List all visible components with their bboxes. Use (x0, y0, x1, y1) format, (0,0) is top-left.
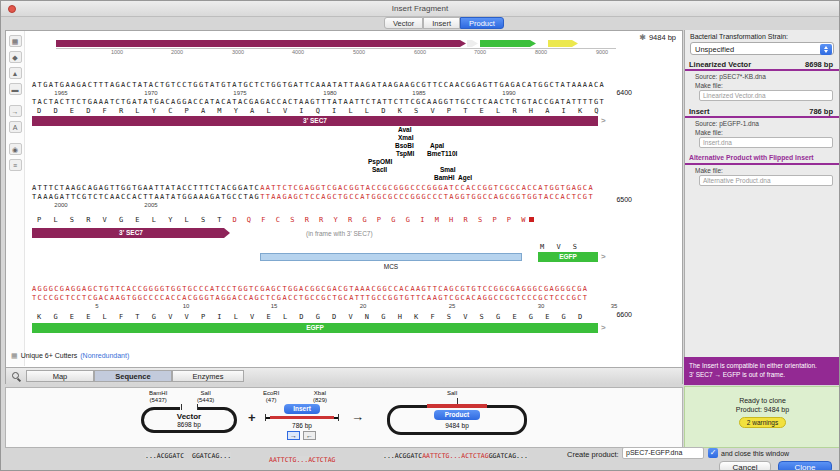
enzyme-label-agei[interactable]: AgeI (458, 174, 472, 181)
insert-fragment-dialog: Insert Fragment Vector Insert Product ▦ … (0, 0, 840, 471)
cut-tick (197, 404, 198, 410)
insert-cut-site-2: XbaI (829) (313, 390, 327, 403)
options-list-icon[interactable]: ≡ (9, 159, 22, 171)
features-visibility-icon[interactable]: ▬ (9, 83, 22, 95)
feature-label: 3' SEC7 (119, 229, 143, 236)
vector-cut-site-1: BamHI (5437) (149, 390, 167, 403)
tab-map[interactable]: Map (26, 370, 94, 382)
bottom-view-tabbar: Map Sequence Enzymes (6, 367, 682, 384)
translation-row: P L S R V G E L Y L S T D Q F C S R R Y … (37, 216, 534, 224)
sec7-overview-bar[interactable] (56, 40, 466, 47)
ruler-tick: 7000 (474, 49, 486, 55)
enzyme-set-mode[interactable]: (Nonredundant) (80, 352, 129, 359)
clone-button[interactable]: Clone (778, 461, 832, 471)
ruler-tick: 4000 (292, 49, 304, 55)
ready-line1: Ready to clone (685, 397, 840, 404)
cut-tick (265, 414, 266, 421)
dna-bottom-strand[interactable]: TCCCGCTCCTCGACAAGTGGCCCCACCACGGGTAGGACCA… (32, 294, 588, 302)
seq-snippet: ...ACGGATC (145, 452, 184, 460)
dna-top-strand[interactable]: ATGATGAAGACTTTAGACTATACTGTCCTGGTATGTATGC… (32, 81, 605, 89)
line-end-coordinate: 6500 (604, 196, 632, 203)
feature-continuation: > (601, 323, 606, 333)
translation-row: K G E E L F T G V V P I L V E L D G D V … (37, 313, 583, 321)
enzyme-label-bamhi[interactable]: BamHI (434, 174, 455, 181)
tab-sequence[interactable]: Sequence (94, 370, 172, 382)
enzymes-visibility-icon[interactable]: ▲ (9, 67, 22, 79)
tab-product[interactable]: Product (460, 17, 504, 29)
ready-line2: Product: 9484 bp (685, 406, 840, 413)
strain-label: Bacterial Transformation Strain: (690, 33, 788, 40)
result-arrow: → (351, 409, 364, 424)
mcs-feature-bar[interactable] (260, 253, 522, 261)
dna-bottom-strand[interactable]: TACTACTTCTGAAATCTGATATGACAGGACCATACATACG… (32, 98, 605, 106)
alt-product-section-title: Alternative Product with Flipped Insert (689, 154, 814, 161)
strain-dropdown[interactable]: Unspecified (690, 42, 834, 55)
product-junction-sequences: ...ACGGATCAATTCTG...ACTCTAGGGATCAG... ..… (383, 438, 528, 471)
enzyme-label-sacii[interactable]: SacII (372, 166, 387, 173)
plus-sign: + (248, 410, 256, 425)
vector-name: Vector (141, 412, 237, 421)
strand-segment: ATTTCTAAGCAGAGTTGGTGAATTATACCTTTCTACGGAT… (32, 184, 260, 192)
notice-line2: 3' SEC7 → EGFP is out of frame. (689, 370, 836, 379)
markers-icon[interactable]: ◆ (9, 51, 22, 63)
line-end-coordinate: 6400 (604, 89, 632, 96)
notice-line1: The Insert is compatible in either orien… (689, 361, 836, 370)
seq-position: 1975 (233, 90, 246, 96)
enzyme-label-smai[interactable]: SmaI (440, 166, 456, 173)
create-product-input[interactable]: pSEC7-EGFP.dna (622, 447, 704, 459)
primers-visibility-icon[interactable]: → (9, 105, 22, 117)
close-window-checkbox[interactable]: ✓ (708, 448, 718, 458)
enzyme-set-selector[interactable]: ▦Unique 6+ Cutters(Nonredundant) (11, 352, 129, 360)
feature-bar-sec7[interactable]: 3' SEC7 (32, 116, 598, 126)
tab-insert[interactable]: Insert (423, 17, 460, 29)
feature-bar-egfp-start[interactable]: EGFP (538, 252, 598, 262)
dropdown-stepper-icon[interactable] (820, 44, 832, 55)
line-end-coordinate: 6600 (604, 311, 632, 318)
product-bp: 9484 bp (387, 422, 527, 429)
enzyme-label-bsobi[interactable]: BsoBI (395, 142, 414, 149)
ruler-tick: 5000 (353, 49, 365, 55)
insert-orientation-reverse[interactable]: ← (303, 431, 316, 440)
alt-make-field[interactable]: Alternative Product.dna (699, 175, 833, 186)
cut-tick (181, 404, 182, 410)
gear-icon[interactable]: ✱ (639, 33, 646, 42)
translation-row: D D E D F R L Y C P A M Y A L V I Q I L … (37, 107, 600, 115)
insert-make-label: Make file: (695, 129, 723, 136)
enzyme-label-bmet110i[interactable]: BmeT110I (427, 150, 457, 157)
tab-vector[interactable]: Vector (384, 17, 423, 29)
dna-top-strand[interactable]: AGGGCGAGGAGCTGTTCACCGGGGTGGTGCCCATCCTGGT… (32, 285, 588, 293)
feature-bar-egfp[interactable]: EGFP (32, 323, 598, 333)
seq-position: 1980 (323, 90, 336, 96)
enzyme-label-avai[interactable]: AvaI (398, 126, 412, 133)
tab-enzymes[interactable]: Enzymes (172, 370, 244, 382)
marker-overview-bar[interactable] (548, 40, 578, 47)
seq-snippet: AATTCTG...ACTCTAG (269, 456, 336, 464)
magnifier-icon-handle (17, 378, 21, 382)
insert-junction-sequences: AATTCTG...ACTCTAG TTAAGAC...TGAGATC (269, 442, 336, 471)
dna-top-strand[interactable]: ATTTCTAAGCAGAGTTGGTGAATTATACCTTTCTACGGAT… (32, 184, 594, 192)
enzyme-label-xmai[interactable]: XmaI (398, 134, 414, 141)
insert-fragment-line (270, 416, 334, 419)
enzyme-label-pspomi[interactable]: PspOMI (368, 158, 392, 165)
cancel-button[interactable]: Cancel (719, 461, 771, 471)
feature-bar-sec7-end[interactable]: 3' SEC7 (32, 228, 230, 238)
ruler-tick: 1000 (111, 49, 123, 55)
strand-segment-insert: AATTCTCGAGGTCGACGGTACCGCGGGCCCGGGATCCACC… (260, 184, 594, 192)
vector-make-field[interactable]: Linearized Vector.dna (699, 90, 833, 101)
insert-make-field[interactable]: Insert.dna (699, 137, 833, 148)
egfp-overview-bar[interactable] (480, 40, 536, 47)
seq-position: 25 (449, 303, 456, 309)
ruler-tick: 3000 (232, 49, 244, 55)
enzyme-name: BamHI (149, 390, 167, 397)
translations-visibility-icon[interactable]: A (9, 121, 22, 133)
orfs-visibility-icon[interactable]: ◉ (9, 143, 22, 155)
enzyme-label-apai[interactable]: ApaI (430, 142, 444, 149)
warnings-badge[interactable]: 2 warnings (739, 417, 786, 428)
overview-icon[interactable]: ▦ (9, 35, 22, 47)
dna-bottom-strand[interactable]: TAAAGATTCGTCTCAACCACTTAATATGGAAAGATGCCTA… (32, 193, 594, 201)
translation-out-of-frame: D Q F C S R R Y R G P G G I M H R S P P … (223, 216, 526, 224)
insert-orientation-forward[interactable]: → (287, 431, 300, 440)
seq-snippet: GGATCAG... (192, 452, 231, 460)
section-rule (685, 69, 840, 71)
enzyme-label-tspmi[interactable]: TspMI (396, 150, 414, 157)
